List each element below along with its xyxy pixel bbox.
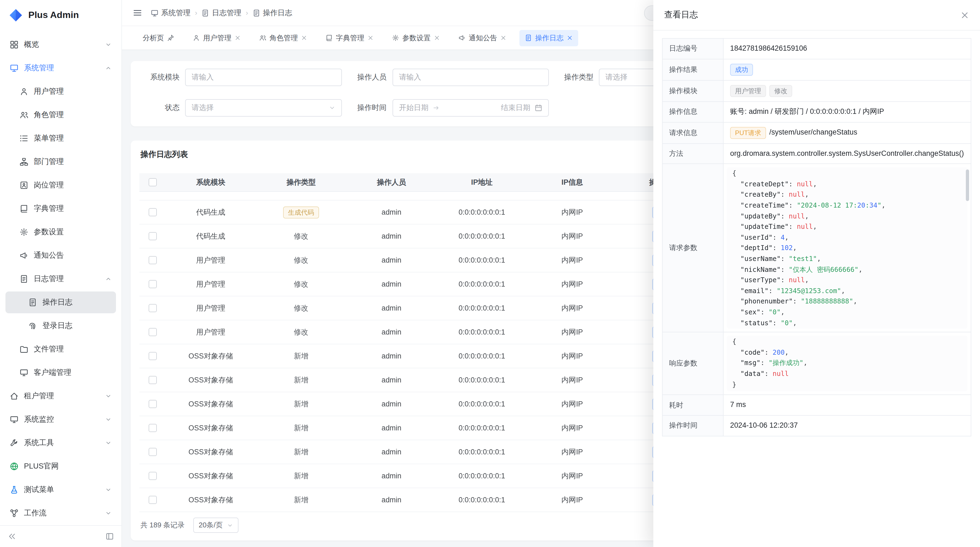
sidebar-item-18[interactable]: PLUS官网: [5, 456, 116, 477]
sidebar-item-4[interactable]: 菜单管理: [5, 128, 116, 149]
date-range-input[interactable]: 开始日期 结束日期: [393, 99, 549, 116]
sidebar-item-0[interactable]: 概览: [5, 34, 116, 56]
tab-1[interactable]: 用户管理: [187, 30, 246, 46]
sidebar-item-6[interactable]: 岗位管理: [5, 174, 116, 196]
tab-close-icon[interactable]: [567, 35, 573, 41]
sidebar-item-16[interactable]: 系统监控: [5, 408, 116, 431]
cell-ip-location: 内网IP: [527, 471, 617, 481]
cell-operator: admin: [346, 376, 437, 384]
row-checkbox[interactable]: [148, 256, 156, 264]
cell-ip-location: 内网IP: [527, 495, 617, 505]
row-checkbox[interactable]: [148, 376, 156, 384]
cell-op-type: 新增: [256, 447, 346, 457]
cell-op-type: 修改: [256, 231, 346, 241]
sidebar-item-7[interactable]: 字典管理: [5, 198, 116, 220]
layout-toggle-icon[interactable]: [106, 532, 114, 541]
calendar-icon: [535, 104, 542, 112]
grid-icon: [10, 40, 19, 49]
tab-2[interactable]: 角色管理: [254, 30, 312, 46]
detail-row-6: 请求参数{ "createDept": null, "createBy": nu…: [663, 164, 971, 333]
close-icon[interactable]: [960, 11, 969, 19]
sidebar-item-15[interactable]: 租户管理: [5, 385, 116, 407]
cell-operator: admin: [346, 208, 437, 216]
tab-4[interactable]: 参数设置: [387, 30, 445, 46]
sidebar-item-13[interactable]: 文件管理: [5, 338, 116, 360]
status-select[interactable]: 请选择: [185, 99, 342, 116]
gear-icon: [392, 34, 399, 41]
row-checkbox[interactable]: [148, 352, 156, 360]
brand-title: Plus Admin: [28, 10, 79, 21]
list-icon: [20, 134, 28, 143]
detail-row-5: 方法org.dromara.system.controller.system.S…: [663, 144, 971, 164]
row-checkbox[interactable]: [148, 472, 156, 480]
hamburger-menu-icon[interactable]: [133, 8, 142, 18]
chevron-down-icon: [105, 416, 111, 423]
row-checkbox[interactable]: [148, 304, 156, 312]
operator-input[interactable]: 请输入: [393, 69, 549, 86]
sidebar-item-17[interactable]: 系统工具: [5, 432, 116, 454]
cell-module: 用户管理: [165, 303, 256, 313]
breadcrumb-item-1[interactable]: 日志管理: [202, 8, 242, 18]
sidebar-item-label: 租户管理: [24, 391, 100, 401]
tab-close-icon[interactable]: [434, 35, 440, 41]
row-checkbox[interactable]: [148, 232, 156, 240]
detail-row-3: 操作信息账号: admin / 研发部门 / 0:0:0:0:0:0:0:1 /…: [663, 102, 971, 123]
detail-row-0: 日志编号1842781986426159106: [663, 39, 971, 59]
row-checkbox[interactable]: [148, 208, 156, 216]
sidebar-item-8[interactable]: 参数设置: [5, 221, 116, 243]
breadcrumb-item-0[interactable]: 系统管理: [151, 8, 191, 18]
cell-module: 用户管理: [165, 279, 256, 289]
page-size-select[interactable]: 20条/页: [193, 518, 239, 533]
tab-close-icon[interactable]: [500, 35, 506, 41]
tab-6[interactable]: 操作日志: [519, 30, 578, 46]
system-module-input[interactable]: 请输入: [185, 69, 342, 86]
sidebar-item-14[interactable]: 客户端管理: [5, 362, 116, 384]
pin-icon: [167, 34, 174, 41]
tab-0[interactable]: 分析页: [137, 30, 180, 46]
doc-icon: [202, 9, 209, 17]
cell-ip: 0:0:0:0:0:0:0:1: [437, 328, 527, 336]
column-header: 操作人员: [346, 177, 437, 187]
sidebar-item-2[interactable]: 用户管理: [5, 81, 116, 102]
detail-label: 操作模块: [663, 81, 724, 101]
sidebar: Plus Admin 概览系统管理用户管理角色管理菜单管理部门管理岗位管理字典管…: [0, 0, 122, 547]
input-placeholder: 请输入: [192, 72, 336, 82]
sidebar-item-10[interactable]: 日志管理: [5, 268, 116, 290]
detail-row-4: 请求信息PUT请求/system/user/changeStatus: [663, 122, 971, 144]
tab-close-icon[interactable]: [368, 35, 374, 41]
sidebar-item-1[interactable]: 系统管理: [5, 57, 116, 79]
sidebar-item-19[interactable]: 测试菜单: [5, 479, 116, 501]
sidebar-item-5[interactable]: 部门管理: [5, 151, 116, 173]
row-checkbox[interactable]: [148, 328, 156, 336]
row-checkbox[interactable]: [148, 448, 156, 456]
tab-3[interactable]: 字典管理: [320, 30, 379, 46]
tab-close-icon[interactable]: [301, 35, 307, 41]
sidebar-item-11[interactable]: 操作日志: [5, 292, 116, 313]
collapse-sidebar-icon[interactable]: [8, 532, 16, 541]
cell-op-type: 生成代码: [256, 206, 346, 218]
sidebar-item-3[interactable]: 角色管理: [5, 104, 116, 126]
row-checkbox[interactable]: [148, 496, 156, 504]
detail-label: 操作时间: [663, 416, 724, 436]
start-date-placeholder: 开始日期: [399, 103, 428, 113]
drawer-header: 查看日志: [653, 0, 980, 30]
row-checkbox[interactable]: [148, 400, 156, 408]
book-icon: [20, 204, 28, 213]
cell-module: 代码生成: [165, 231, 256, 241]
cell-operator: admin: [346, 232, 437, 240]
breadcrumb-item-2[interactable]: 操作日志: [252, 8, 292, 18]
module-tag: 用户管理: [730, 85, 766, 97]
breadcrumb-label: 系统管理: [161, 8, 191, 18]
select-all-checkbox[interactable]: [148, 178, 156, 186]
row-checkbox[interactable]: [148, 424, 156, 432]
detail-value: 7 ms: [724, 395, 971, 415]
sidebar-item-9[interactable]: 通知公告: [5, 245, 116, 266]
scrollbar-thumb[interactable]: [966, 170, 969, 201]
sidebar-item-20[interactable]: 工作流: [5, 502, 116, 524]
doc-icon: [28, 298, 37, 307]
tab-5[interactable]: 通知公告: [453, 30, 512, 46]
tab-label: 角色管理: [269, 33, 298, 43]
tab-close-icon[interactable]: [235, 35, 241, 41]
sidebar-item-12[interactable]: 登录日志: [5, 315, 116, 337]
row-checkbox[interactable]: [148, 280, 156, 288]
